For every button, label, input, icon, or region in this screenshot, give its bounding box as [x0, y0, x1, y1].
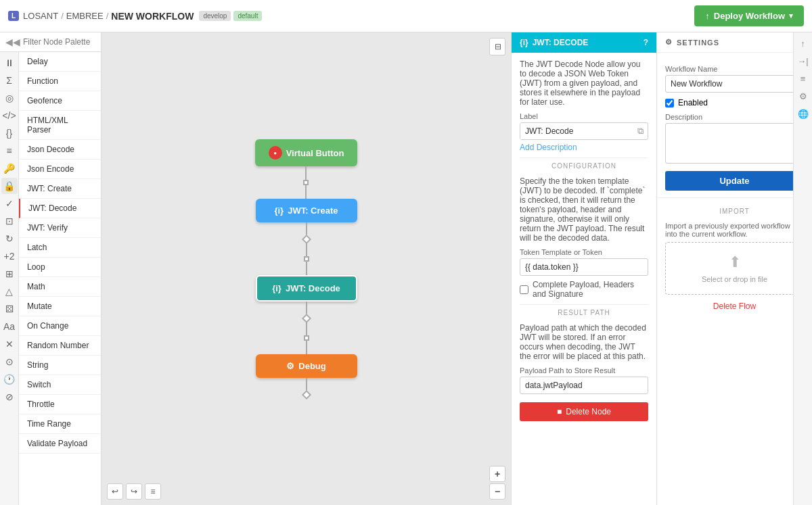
flow-container: ● Virtual Button {i} JWT: Create [102, 32, 511, 505]
connector-5 [306, 262, 307, 275]
settings-update-button[interactable]: Update [665, 171, 804, 191]
palette-icon-latch[interactable]: ⊡ [1, 213, 18, 229]
description-textarea[interactable] [665, 123, 804, 164]
palette-item-function[interactable]: Function [19, 72, 101, 91]
palette-item-json-encode[interactable]: Json Encode [19, 160, 101, 179]
jwt-create-label: JWT: Create [288, 206, 338, 216]
node-detail-title: JWT: DECODE [533, 38, 589, 47]
palette-item-jwt-decode[interactable]: JWT: Decode [19, 199, 101, 218]
palette-item-delay[interactable]: Delay [19, 52, 101, 72]
settings-header-left: ⚙ SETTINGS [665, 38, 719, 47]
palette-icon-table[interactable]: ⊞ [1, 266, 18, 282]
node-detail-body: The JWT Decode Node allow you to decode … [512, 53, 656, 428]
virtual-button-icon: ● [269, 146, 282, 160]
palette-icon-lock[interactable]: 🔒 [1, 178, 18, 194]
node-virtual-button[interactable]: ● Virtual Button [255, 139, 358, 166]
palette-icon-check[interactable]: ✓ [1, 195, 18, 212]
deploy-label: Deploy Workflow [714, 11, 785, 21]
enabled-row: Enabled [665, 98, 804, 107]
node-jwt-decode[interactable]: {i} JWT: Decode [256, 275, 357, 302]
settings-body: Workflow Name ⚙ Enabled Description Upda… [657, 53, 812, 197]
connector-diamond-3 [301, 390, 311, 400]
result-path-label: Payload Path to Store Result [520, 366, 648, 375]
enabled-label: Enabled [678, 98, 708, 107]
palette-icon-plus2[interactable]: +2 [1, 248, 18, 264]
losant-logo: L [8, 11, 19, 21]
undo-button[interactable]: ↩ [107, 483, 123, 500]
node-detail-panel: {i} JWT: DECODE ? The JWT Decode Node al… [511, 32, 656, 505]
label-field-label: Label [520, 112, 648, 120]
settings-header: ⚙ SETTINGS ? [657, 32, 812, 53]
complete-checkbox[interactable] [520, 285, 528, 294]
palette-item-math[interactable]: Math [19, 277, 101, 297]
node-jwt-create[interactable]: {i} JWT: Create [256, 199, 357, 222]
palette-icon-sigma[interactable]: Σ [1, 72, 18, 89]
zoom-in-button[interactable]: + [489, 466, 505, 482]
palette-icon-string[interactable]: Aa [1, 318, 18, 335]
copy-icon[interactable]: ⧉ [633, 123, 648, 139]
node-debug[interactable]: ⚙ Debug [256, 354, 357, 378]
import-section: IMPORT Import a previously exported work… [657, 197, 812, 318]
workflow-name-input[interactable] [665, 75, 804, 93]
palette-icon-timerange[interactable]: 🕐 [1, 371, 18, 387]
palette-item-random-number[interactable]: Random Number [19, 336, 101, 356]
delete-flow-link[interactable]: Delete Flow [665, 302, 804, 311]
right-icon-4[interactable]: ⚙ [795, 88, 811, 104]
result-path-input[interactable] [520, 377, 648, 394]
palette-icon-json[interactable]: {} [1, 125, 18, 141]
label-input[interactable] [520, 123, 633, 139]
right-icon-3[interactable]: ≡ [795, 70, 811, 87]
node-detail-help-icon[interactable]: ? [644, 38, 648, 47]
token-label: Token Template or Token [520, 248, 648, 256]
import-title: IMPORT [665, 205, 804, 218]
connector-square-1 [303, 180, 309, 185]
palette-item-switch[interactable]: Switch [19, 375, 101, 395]
palette-icon-triangle[interactable]: △ [1, 283, 18, 299]
palette-icon-target[interactable]: ◎ [1, 90, 18, 106]
palette-item-latch[interactable]: Latch [19, 238, 101, 258]
palette-item-jwt-create[interactable]: JWT: Create [19, 179, 101, 199]
palette-icon-throttle[interactable]: ⊙ [1, 354, 18, 370]
palette-item-json-decode[interactable]: Json Decode [19, 140, 101, 160]
right-icon-1[interactable]: ↑ [795, 35, 811, 51]
node-detail-description: The JWT Decode Node allow you to decode … [520, 59, 648, 107]
token-input[interactable] [520, 258, 648, 276]
palette-collapse-icon[interactable]: ◀◀ [5, 37, 20, 47]
delete-node-button[interactable]: ■ Delete Node [520, 402, 648, 421]
palette-content: ⏸ Σ ◎ </> {} ≡ 🔑 🔒 ✓ ⊡ ↻ +2 ⊞ △ ⚄ Aa ✕ ⊙… [0, 52, 101, 505]
breadcrumb-embree[interactable]: EMBREE [66, 11, 104, 21]
palette-icon-validate[interactable]: ⊘ [1, 389, 18, 405]
palette-item-geofence[interactable]: Geofence [19, 91, 101, 111]
palette-item-time-range[interactable]: Time Range [19, 414, 101, 434]
deploy-workflow-button[interactable]: ↑ Deploy Workflow ▾ [694, 5, 804, 26]
right-icon-5[interactable]: 🌐 [795, 105, 811, 122]
node-detail-header: {i} JWT: DECODE ? [512, 32, 656, 53]
palette-icon-code[interactable]: </> [1, 107, 18, 124]
canvas-area[interactable]: ⊟ ● Virtual Button {i} JWT: Create [102, 32, 511, 505]
enabled-checkbox[interactable] [665, 99, 674, 107]
palette-item-on-change[interactable]: On Change [19, 316, 101, 336]
zoom-out-button[interactable]: − [489, 483, 505, 500]
connector-2 [305, 185, 307, 199]
palette-icon-random[interactable]: ⚄ [1, 301, 18, 317]
palette-item-validate-payload[interactable]: Validate Payload [19, 434, 101, 454]
palette-icon-pause[interactable]: ⏸ [1, 55, 18, 71]
palette-icon-switch[interactable]: ✕ [1, 336, 18, 352]
palette-item-mutate[interactable]: Mutate [19, 297, 101, 316]
palette-item-throttle[interactable]: Throttle [19, 395, 101, 414]
menu-button[interactable]: ≡ [145, 483, 161, 500]
palette-item-string[interactable]: String [19, 356, 101, 375]
connector-7 [306, 322, 307, 335]
redo-button[interactable]: ↪ [126, 483, 142, 500]
header: L LOSANT / EMBREE / NEW WORKFLOW develop… [0, 0, 812, 32]
palette-icon-loop[interactable]: ↻ [1, 231, 18, 247]
palette-item-loop[interactable]: Loop [19, 258, 101, 277]
palette-icon-key[interactable]: 🔑 [1, 160, 18, 176]
import-drop-area[interactable]: ⬆ Select or drop in file [665, 242, 804, 295]
palette-item-jwt-verify[interactable]: JWT: Verify [19, 218, 101, 238]
breadcrumb-losant[interactable]: LOSANT [23, 11, 58, 21]
palette-item-html-xml-parser[interactable]: HTML/XML Parser [19, 111, 101, 140]
add-description-link[interactable]: Add Description [520, 143, 648, 152]
right-icon-2[interactable]: →| [795, 53, 811, 69]
palette-icon-bars[interactable]: ≡ [1, 143, 18, 159]
